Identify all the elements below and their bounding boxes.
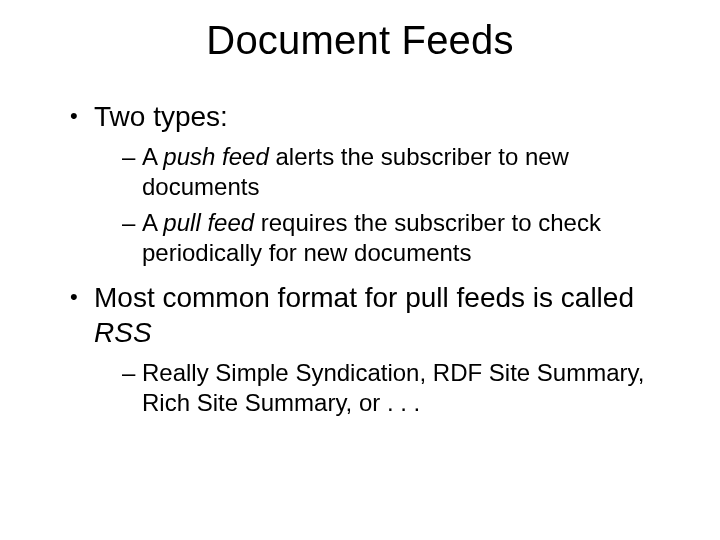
bullet-pre: Most common format for pull feeds is cal…: [94, 282, 634, 313]
bullet-text: Two types:: [94, 101, 228, 132]
level2-list: Really Simple Syndication, RDF Site Summ…: [122, 358, 680, 418]
sub-em: pull feed: [163, 209, 254, 236]
sub-em: push feed: [163, 143, 268, 170]
sub-bullet-push-feed: A push feed alerts the subscriber to new…: [122, 142, 680, 202]
bullet-em: RSS: [94, 317, 152, 348]
sub-bullet-pull-feed: A pull feed requires the subscriber to c…: [122, 208, 680, 268]
bullet-rss: Most common format for pull feeds is cal…: [70, 280, 680, 418]
level1-list: Two types: A push feed alerts the subscr…: [70, 99, 680, 418]
slide: Document Feeds Two types: A push feed al…: [0, 0, 720, 540]
level2-list: A push feed alerts the subscriber to new…: [122, 142, 680, 268]
slide-title: Document Feeds: [40, 18, 680, 63]
sub-text: Really Simple Syndication, RDF Site Summ…: [142, 359, 644, 416]
sub-pre: A: [142, 209, 163, 236]
sub-bullet-rss-expansion: Really Simple Syndication, RDF Site Summ…: [122, 358, 680, 418]
sub-pre: A: [142, 143, 163, 170]
bullet-two-types: Two types: A push feed alerts the subscr…: [70, 99, 680, 268]
